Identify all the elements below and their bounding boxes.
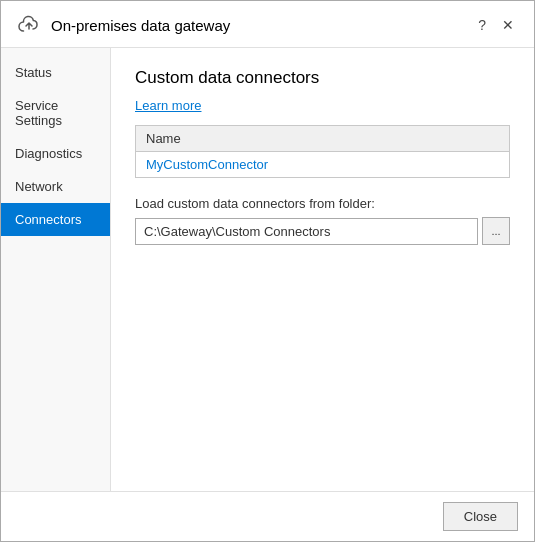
window-title: On-premises data gateway	[51, 17, 474, 34]
close-window-button[interactable]: ✕	[498, 16, 518, 34]
folder-row: ...	[135, 217, 510, 245]
title-bar: On-premises data gateway ? ✕	[1, 1, 534, 48]
close-button[interactable]: Close	[443, 502, 518, 531]
dialog-body: Status Service Settings Diagnostics Netw…	[1, 48, 534, 491]
section-title: Custom data connectors	[135, 68, 510, 88]
footer: Close	[1, 491, 534, 541]
sidebar-item-connectors[interactable]: Connectors	[1, 203, 110, 236]
cloud-upload-icon	[17, 13, 41, 37]
connector-table: Name MyCustomConnector	[135, 125, 510, 178]
sidebar-item-status[interactable]: Status	[1, 56, 110, 89]
browse-button[interactable]: ...	[482, 217, 510, 245]
table-header: Name	[136, 126, 509, 152]
sidebar: Status Service Settings Diagnostics Netw…	[1, 48, 111, 491]
main-dialog: On-premises data gateway ? ✕ Status Serv…	[0, 0, 535, 542]
table-row[interactable]: MyCustomConnector	[136, 152, 509, 177]
folder-input[interactable]	[135, 218, 478, 245]
sidebar-item-service-settings[interactable]: Service Settings	[1, 89, 110, 137]
main-content: Custom data connectors Learn more Name M…	[111, 48, 534, 491]
sidebar-item-diagnostics[interactable]: Diagnostics	[1, 137, 110, 170]
learn-more-link[interactable]: Learn more	[135, 98, 510, 113]
title-actions: ? ✕	[474, 16, 518, 34]
sidebar-item-network[interactable]: Network	[1, 170, 110, 203]
folder-label: Load custom data connectors from folder:	[135, 196, 510, 211]
help-button[interactable]: ?	[474, 16, 490, 34]
